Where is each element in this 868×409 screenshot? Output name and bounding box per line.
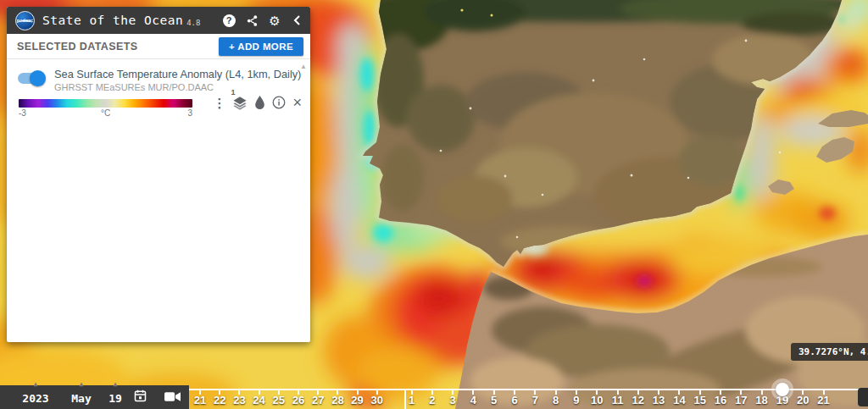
calendar-icon	[134, 390, 147, 402]
colorbar-min-label: -3	[19, 108, 26, 118]
timeline-day-label[interactable]: 23	[233, 394, 245, 406]
timeline-day-label[interactable]: 27	[312, 394, 324, 406]
calendar-button[interactable]	[134, 390, 147, 406]
gear-icon: ⚙	[269, 14, 280, 27]
timeline-axis[interactable]	[189, 389, 868, 390]
time-slider-handle[interactable]	[771, 379, 793, 401]
colorbar-max-label: 3	[187, 108, 192, 118]
timeline-day-label[interactable]: 8	[553, 394, 559, 406]
toggle-thumb-icon	[30, 70, 46, 86]
remove-dataset-button[interactable]: ×	[292, 95, 302, 110]
date-controls-bar: ▲ 2023 ▲ May ▲ 19	[0, 385, 189, 409]
timeline-day-label[interactable]: 21	[817, 394, 829, 406]
layers-icon	[232, 95, 248, 110]
timeline-day-label[interactable]: 16	[715, 394, 726, 406]
timeline-day-label[interactable]: 15	[693, 394, 705, 406]
timeline-day-label[interactable]: 22	[214, 394, 225, 406]
header-icons: ? ⚙	[221, 7, 305, 34]
timeline-day-label[interactable]: 28	[331, 394, 343, 406]
selected-datasets-bar: SELECTED DATASETS + ADD MORE	[7, 34, 310, 59]
chevron-left-icon	[292, 14, 303, 26]
help-button[interactable]: ?	[221, 13, 236, 28]
colorbar-gradient	[19, 99, 192, 108]
timeline-day-label[interactable]: 14	[673, 394, 685, 406]
colorbar-unit-label: °C	[101, 108, 110, 118]
layer-count-badge: 1	[231, 88, 235, 97]
dataset-toggle[interactable]	[18, 73, 44, 84]
timeline-day-label[interactable]: 2	[429, 394, 435, 406]
kebab-menu-button[interactable]: ⋮	[213, 97, 225, 109]
share-icon	[246, 14, 259, 27]
timeline-day-label[interactable]: 12	[632, 394, 644, 406]
month-text: May	[71, 392, 91, 405]
video-camera-icon	[164, 391, 181, 402]
day-value: ▲ 19	[100, 392, 131, 405]
timeline-day-label[interactable]: 6	[511, 394, 517, 406]
datasets-panel: podaac State of the Ocean 4.8 ? ⚙ SELECT…	[7, 7, 310, 342]
share-button[interactable]	[244, 13, 259, 28]
section-title: SELECTED DATASETS	[17, 41, 137, 53]
timeline-day-label[interactable]: 24	[253, 394, 264, 406]
coordinate-readout: 39.7276°N, 4.7	[791, 343, 868, 361]
timeline-day-label[interactable]: 30	[371, 394, 383, 406]
animation-button[interactable]	[164, 390, 181, 406]
podaac-logo[interactable]: podaac	[15, 11, 35, 30]
timeline-day-label[interactable]: 4	[470, 394, 476, 406]
opacity-button[interactable]	[254, 96, 265, 109]
timeline-day-label[interactable]: 10	[591, 394, 603, 406]
timeline-day-label[interactable]: 7	[532, 394, 538, 406]
app-header: podaac State of the Ocean 4.8 ? ⚙	[7, 7, 310, 34]
dataset-actions: ⋮ 1 ×	[213, 95, 302, 110]
timeline-day-label[interactable]: 1	[409, 394, 415, 406]
timeline-day-label[interactable]: 26	[292, 394, 304, 406]
day-spinner-up[interactable]: ▲	[114, 380, 118, 388]
timeline-day-label[interactable]: 13	[653, 394, 665, 406]
colorbar-labels: -3 °C 3	[19, 108, 192, 119]
layers-button[interactable]: 1	[232, 95, 248, 110]
timeline-day-label[interactable]: 11	[612, 394, 624, 406]
info-icon	[272, 96, 286, 109]
app-version: 4.8	[186, 19, 200, 27]
help-icon: ?	[223, 14, 236, 27]
timeline-end-button[interactable]	[858, 388, 868, 406]
timeline-day-label[interactable]: 5	[491, 394, 497, 406]
settings-button[interactable]: ⚙	[267, 13, 282, 28]
info-button[interactable]	[272, 96, 286, 109]
collapse-panel-button[interactable]	[290, 13, 305, 28]
timeline-day-label[interactable]: 9	[573, 394, 579, 406]
year-value: ▲ 2023	[14, 392, 58, 405]
month-spinner-up[interactable]: ▲	[80, 380, 84, 388]
droplet-icon	[254, 96, 265, 109]
month-separator	[404, 389, 406, 409]
year-spinner-up[interactable]: ▲	[34, 380, 38, 388]
month-value: ▲ May	[61, 392, 102, 405]
timeline-day-label[interactable]: 25	[273, 394, 285, 406]
dataset-title: Sea Surface Temperature Anomaly (L4, 1km…	[54, 68, 305, 80]
timeline-day-label[interactable]: 3	[449, 394, 455, 406]
app-title: State of the Ocean	[42, 14, 183, 27]
timeline-day-label[interactable]: 17	[735, 394, 747, 406]
day-text: 19	[108, 392, 122, 405]
year-text: 2023	[22, 392, 48, 405]
podaac-logo-text: podaac	[17, 18, 33, 23]
timeline-day-label[interactable]: 20	[797, 394, 809, 406]
add-more-button[interactable]: + ADD MORE	[219, 37, 303, 56]
timeline-day-label[interactable]: 21	[194, 394, 206, 406]
dataset-subtitle: GHRSST MEaSUREs MUR/PO.DAAC	[54, 82, 214, 92]
timeline-day-label[interactable]: 29	[351, 394, 363, 406]
slider-knob-icon	[776, 383, 789, 396]
timeline-day-label[interactable]: 18	[755, 394, 767, 406]
